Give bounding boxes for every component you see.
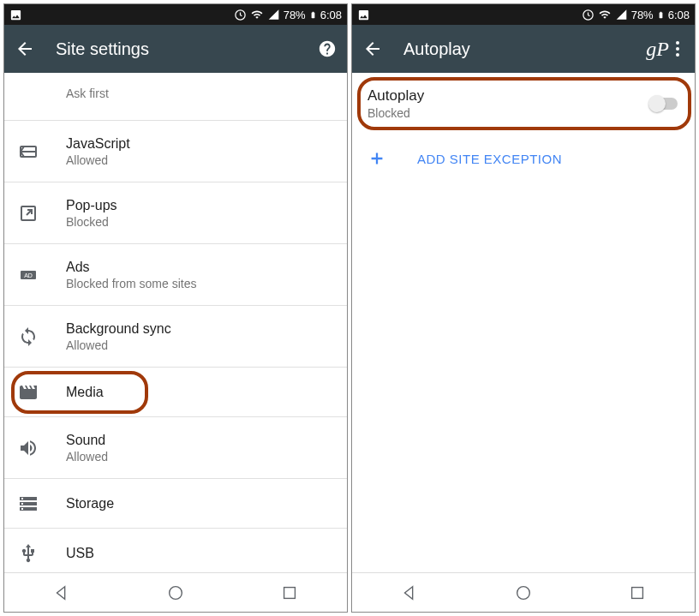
item-title: Pop-ups (66, 198, 117, 213)
item-subtitle: Allowed (66, 338, 171, 352)
cell-signal-icon (267, 9, 280, 21)
settings-item-media[interactable]: Media (4, 368, 347, 417)
nav-home-button[interactable] (166, 583, 185, 602)
back-icon[interactable] (15, 39, 35, 59)
nav-recent-button[interactable] (280, 583, 299, 602)
item-title: Storage (66, 496, 114, 511)
status-bar: 78% 6:08 (4, 4, 347, 25)
add-exception-label: ADD SITE EXCEPTION (417, 152, 562, 166)
settings-list: Ask first JavaScript Allowed Pop-ups Blo… (4, 73, 347, 572)
item-title: Background sync (66, 321, 171, 337)
popup-icon (18, 203, 39, 224)
sound-icon (18, 438, 39, 458)
autoplay-toggle-row[interactable]: Autoplay Blocked (352, 73, 695, 135)
battery-percent: 78% (284, 9, 306, 21)
nav-bar (352, 572, 695, 612)
blank-icon (18, 83, 39, 104)
sync-icon (18, 326, 39, 347)
back-icon[interactable] (362, 39, 383, 59)
autoplay-toggle[interactable] (648, 95, 679, 112)
svg-point-5 (170, 586, 182, 599)
plus-icon (367, 149, 386, 168)
wifi-icon (250, 9, 264, 21)
page-title: Site settings (56, 39, 318, 59)
javascript-icon (18, 141, 39, 162)
autoplay-content: Autoplay Blocked ADD SITE EXCEPTION (352, 73, 695, 572)
status-left (357, 9, 370, 21)
nav-back-button[interactable] (52, 583, 71, 602)
media-icon (18, 382, 39, 403)
help-icon[interactable] (318, 39, 337, 58)
item-subtitle: Blocked (66, 215, 117, 229)
status-right: 78% 6:08 (582, 9, 690, 21)
item-title: Media (66, 385, 104, 400)
item-title: Ads (66, 260, 197, 275)
app-bar: Site settings (4, 25, 347, 73)
autoplay-subtitle: Blocked (367, 106, 648, 120)
status-left (9, 9, 22, 21)
nav-back-button[interactable] (400, 583, 419, 602)
settings-item-usb[interactable]: USB (4, 529, 347, 572)
battery-percent: 78% (631, 9, 654, 21)
svg-rect-6 (284, 587, 296, 598)
nav-bar (4, 572, 347, 612)
time: 6:08 (320, 9, 342, 21)
wifi-icon (598, 9, 612, 21)
screen-site-settings: 78% 6:08 Site settings Ask first JavaScr… (3, 3, 348, 613)
settings-item-ads[interactable]: AD Ads Blocked from some sites (4, 244, 347, 306)
svg-rect-9 (632, 587, 643, 598)
app-bar: Autoplay gP (352, 25, 695, 73)
svg-text:AD: AD (24, 272, 33, 278)
settings-item-bg-sync[interactable]: Background sync Allowed (4, 306, 347, 368)
settings-item-storage[interactable]: Storage (4, 479, 347, 529)
screen-autoplay: 78% 6:08 Autoplay gP Autoplay Blocked AD… (351, 3, 696, 613)
nav-home-button[interactable] (514, 583, 533, 602)
item-title: USB (66, 546, 94, 561)
storage-icon (18, 493, 39, 514)
battery-icon (309, 9, 317, 21)
settings-item-ask-first[interactable]: Ask first (4, 73, 347, 121)
status-bar: 78% 6:08 (352, 4, 695, 25)
add-exception-button[interactable]: ADD SITE EXCEPTION (352, 135, 695, 182)
status-right: 78% 6:08 (234, 9, 342, 21)
picture-icon (9, 9, 22, 21)
picture-icon (357, 9, 370, 21)
page-title: Autoplay (403, 39, 646, 59)
settings-item-javascript[interactable]: JavaScript Allowed (4, 121, 347, 182)
nav-recent-button[interactable] (628, 583, 647, 602)
overflow-menu-button[interactable] (671, 41, 684, 57)
svg-point-8 (517, 586, 530, 599)
item-subtitle: Ask first (66, 87, 109, 100)
cell-signal-icon (615, 9, 628, 21)
item-subtitle: Allowed (66, 153, 130, 167)
time: 6:08 (668, 9, 690, 21)
item-title: JavaScript (66, 136, 130, 152)
battery-icon (657, 9, 665, 21)
usb-icon (18, 543, 39, 564)
autoplay-title: Autoplay (367, 87, 648, 105)
ads-icon: AD (18, 265, 39, 285)
refresh-clock-icon (234, 9, 247, 21)
settings-item-popups[interactable]: Pop-ups Blocked (4, 182, 347, 244)
settings-item-sound[interactable]: Sound Allowed (4, 417, 347, 479)
refresh-clock-icon (582, 9, 594, 21)
item-title: Sound (66, 433, 108, 448)
item-subtitle: Blocked from some sites (66, 277, 197, 290)
gp-logo: gP (646, 38, 669, 61)
item-subtitle: Allowed (66, 450, 108, 463)
